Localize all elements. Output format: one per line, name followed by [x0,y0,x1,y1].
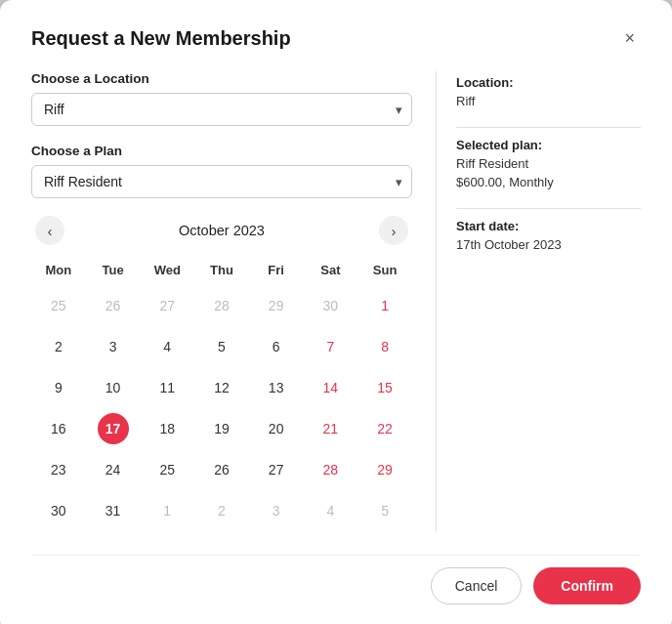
plan-field-label: Choose a Plan [31,144,412,158]
location-field-label: Choose a Location [31,71,412,86]
calendar-day[interactable]: 30 [31,490,86,531]
location-select[interactable]: Riff [31,93,412,126]
calendar-day[interactable]: 9 [31,367,86,408]
startdate-info-label: Start date: [456,219,641,233]
plan-select-wrapper: Riff Resident ▾ [31,165,412,198]
calendar-day[interactable]: 5 [194,326,249,367]
calendar-day[interactable]: 1 [357,285,412,326]
location-info-block: Location: Riff [456,75,641,111]
calendar-day[interactable]: 6 [249,326,304,367]
calendar-day[interactable]: 17 [86,408,141,449]
modal-footer: Cancel Confirm [31,555,641,604]
day-header-mon: Mon [31,259,86,285]
close-button[interactable]: × [618,27,641,49]
calendar-day[interactable]: 29 [357,449,412,490]
plan-info-label: Selected plan: [456,138,641,152]
calendar-day[interactable]: 27 [249,449,304,490]
calendar-day[interactable]: 13 [249,367,304,408]
calendar-week-row: 16171819202122 [31,408,412,449]
location-select-wrapper: Riff ▾ [31,93,412,126]
calendar-day[interactable]: 4 [304,490,358,531]
calendar-day[interactable]: 31 [86,490,141,531]
calendar-day[interactable]: 26 [194,449,249,490]
right-column: Location: Riff Selected plan: Riff Resid… [436,71,641,531]
startdate-info-block: Start date: 17th October 2023 [456,219,641,255]
day-header-tue: Tue [86,259,141,285]
calendar-day[interactable]: 3 [86,326,141,367]
calendar-day[interactable]: 2 [31,326,86,367]
modal-header: Request a New Membership × [31,27,641,50]
calendar-week-row: 2345678 [31,326,412,367]
calendar-day[interactable]: 11 [140,367,194,408]
calendar-day[interactable]: 25 [31,285,86,326]
prev-month-button[interactable]: ‹ [35,216,64,245]
calendar-day[interactable]: 21 [304,408,358,449]
plan-select[interactable]: Riff Resident [31,165,412,198]
calendar-day[interactable]: 25 [140,449,194,490]
calendar-day[interactable]: 12 [194,367,249,408]
calendar-day[interactable]: 10 [86,367,141,408]
calendar-week-row: 9101112131415 [31,367,412,408]
calendar-day[interactable]: 18 [140,408,194,449]
calendar-day[interactable]: 1 [140,490,194,531]
calendar-day[interactable]: 4 [140,326,194,367]
calendar-day[interactable]: 5 [357,490,412,531]
calendar-nav: ‹ October 2023 › [31,216,412,245]
day-header-sat: Sat [304,259,358,285]
modal-body: Choose a Location Riff ▾ Choose a Plan R… [31,71,641,531]
calendar-day[interactable]: 2 [194,490,249,531]
plan-info-block: Selected plan: Riff Resident $600.00, Mo… [456,138,641,192]
calendar-week-row: 303112345 [31,490,412,531]
calendar-day[interactable]: 26 [86,285,141,326]
calendar-day[interactable]: 27 [140,285,194,326]
calendar-day[interactable]: 30 [304,285,358,326]
calendar-day[interactable]: 7 [304,326,358,367]
day-header-thu: Thu [194,259,249,285]
calendar-day[interactable]: 14 [304,367,358,408]
calendar-day[interactable]: 20 [249,408,304,449]
calendar-day[interactable]: 23 [31,449,86,490]
calendar-day[interactable]: 29 [249,285,304,326]
day-header-wed: Wed [140,259,194,285]
confirm-button[interactable]: Confirm [533,567,641,604]
day-header-fri: Fri [249,259,304,285]
cancel-button[interactable]: Cancel [431,567,523,604]
location-info-label: Location: [456,75,641,90]
calendar-day[interactable]: 15 [357,367,412,408]
calendar-grid: Mon Tue Wed Thu Fri Sat Sun 252627282930… [31,259,412,531]
plan-info-price: $600.00, Monthly [456,173,641,192]
calendar-week-row: 23242526272829 [31,449,412,490]
location-info-value: Riff [456,92,641,111]
calendar-day[interactable]: 8 [357,326,412,367]
calendar-day[interactable]: 24 [86,449,141,490]
left-column: Choose a Location Riff ▾ Choose a Plan R… [31,71,412,531]
calendar-day[interactable]: 28 [194,285,249,326]
calendar-day[interactable]: 22 [357,408,412,449]
next-month-button[interactable]: › [379,216,408,245]
calendar-day[interactable]: 16 [31,408,86,449]
calendar-day[interactable]: 19 [194,408,249,449]
month-label: October 2023 [179,223,265,238]
calendar-week-row: 2526272829301 [31,285,412,326]
plan-info-name: Riff Resident [456,154,641,174]
calendar-day[interactable]: 3 [249,490,304,531]
calendar-header-row: Mon Tue Wed Thu Fri Sat Sun [31,259,412,285]
calendar-day[interactable]: 28 [304,449,358,490]
info-divider-2 [456,208,641,209]
startdate-info-value: 17th October 2023 [456,235,641,255]
info-divider-1 [456,127,641,128]
day-header-sun: Sun [357,259,412,285]
modal-title: Request a New Membership [31,27,291,50]
modal-dialog: Request a New Membership × Choose a Loca… [0,0,672,624]
